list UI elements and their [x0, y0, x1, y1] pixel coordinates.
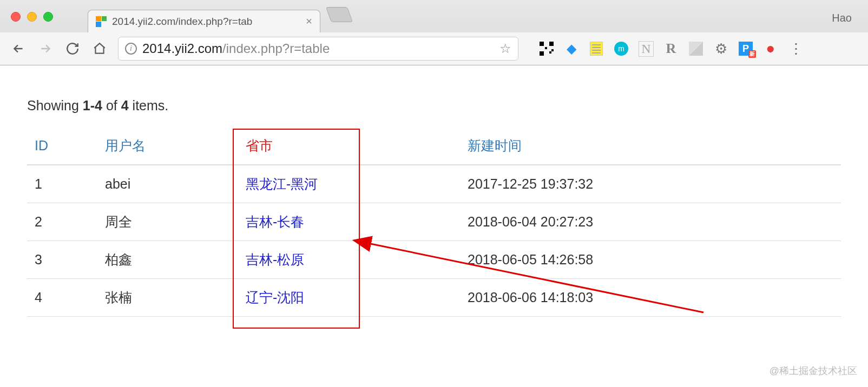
- table-row: 1abei黑龙江-黑河2017-12-25 19:37:32: [27, 165, 841, 203]
- cell-username: 周全: [97, 203, 238, 241]
- summary-mid: of: [102, 98, 121, 113]
- url-path: /index.php?r=table: [222, 41, 330, 56]
- new-tab-button[interactable]: [326, 7, 353, 22]
- table-row: 4张楠辽宁-沈阳2018-06-06 14:18:03: [27, 279, 841, 317]
- header-username[interactable]: 用户名: [105, 138, 146, 153]
- cell-province: 辽宁-沈阳: [238, 279, 460, 317]
- address-bar[interactable]: i 2014.yii2.com/index.php?r=table ☆: [118, 37, 518, 61]
- table-header-row: ID 用户名 省市 新建时间: [27, 127, 841, 165]
- tab-close-button[interactable]: ×: [306, 15, 312, 28]
- cell-created: 2018-06-06 14:18:03: [460, 279, 841, 317]
- n-extension-icon[interactable]: N: [639, 41, 654, 56]
- cell-created: 2017-12-25 19:37:32: [460, 165, 841, 203]
- watermark: @稀土掘金技术社区: [770, 364, 857, 377]
- table-row: 2周全吉林-长春2018-06-04 20:27:23: [27, 203, 841, 241]
- page-content: Showing 1-4 of 4 items. ID 用户名 省市 新建时间 1…: [0, 65, 868, 349]
- bookmark-star-icon[interactable]: ☆: [499, 41, 511, 56]
- cell-username: 柏鑫: [97, 241, 238, 279]
- profile-name[interactable]: Hao: [832, 12, 852, 24]
- cell-username: 张楠: [97, 279, 238, 317]
- cell-id: 4: [27, 279, 97, 317]
- p-extension-icon[interactable]: P: [738, 41, 753, 56]
- summary-prefix: Showing: [27, 98, 83, 113]
- cell-created: 2018-06-05 14:26:58: [460, 241, 841, 279]
- header-id[interactable]: ID: [35, 138, 48, 153]
- header-province[interactable]: 省市: [246, 138, 273, 153]
- url-text: 2014.yii2.com/index.php?r=table: [142, 41, 494, 56]
- gear-extension-icon[interactable]: ⚙: [713, 41, 728, 56]
- url-host: 2014.yii2.com: [142, 41, 222, 56]
- browser-tab[interactable]: 2014.yii2.com/index.php?r=tab ×: [88, 10, 320, 32]
- cell-id: 1: [27, 165, 97, 203]
- tab-title: 2014.yii2.com/index.php?r=tab: [112, 16, 252, 28]
- forward-button[interactable]: [37, 40, 54, 57]
- home-button[interactable]: [91, 40, 108, 57]
- diamond-extension-icon[interactable]: ◆: [564, 41, 579, 56]
- grid-summary: Showing 1-4 of 4 items.: [27, 98, 841, 114]
- table-row: 3柏鑫吉林-松原2018-06-05 14:26:58: [27, 241, 841, 279]
- cell-province: 黑龙江-黑河: [238, 165, 460, 203]
- site-info-icon[interactable]: i: [125, 43, 137, 55]
- teal-extension-icon[interactable]: m: [614, 41, 629, 56]
- cell-province: 吉林-长春: [238, 203, 460, 241]
- tiles-extension-icon[interactable]: [688, 41, 703, 56]
- qr-extension-icon[interactable]: [539, 41, 554, 56]
- data-table: ID 用户名 省市 新建时间 1abei黑龙江-黑河2017-12-25 19:…: [27, 127, 841, 317]
- cell-username: abei: [97, 165, 238, 203]
- cell-created: 2018-06-04 20:27:23: [460, 203, 841, 241]
- window-controls: [11, 12, 53, 22]
- browser-menu-button[interactable]: ⋮: [788, 41, 803, 56]
- notes-extension-icon[interactable]: [589, 41, 604, 56]
- back-button[interactable]: [10, 40, 27, 57]
- summary-total: 4: [121, 98, 129, 113]
- cell-id: 2: [27, 203, 97, 241]
- toolbar: i 2014.yii2.com/index.php?r=table ☆ ◆ m …: [0, 32, 868, 65]
- r-extension-icon[interactable]: R: [663, 41, 679, 56]
- summary-range: 1-4: [83, 98, 102, 113]
- red-extension-icon[interactable]: ●: [763, 41, 778, 56]
- header-created[interactable]: 新建时间: [468, 138, 522, 153]
- cell-id: 3: [27, 241, 97, 279]
- tab-favicon-icon: [96, 16, 107, 27]
- extension-icons: ◆ m N R ⚙ P ● ⋮: [539, 41, 803, 56]
- summary-suffix: items.: [129, 98, 169, 113]
- tab-bar: 2014.yii2.com/index.php?r=tab × Hao: [0, 0, 868, 32]
- close-window-button[interactable]: [11, 12, 21, 22]
- maximize-window-button[interactable]: [43, 12, 53, 22]
- reload-button[interactable]: [64, 40, 81, 57]
- browser-chrome: 2014.yii2.com/index.php?r=tab × Hao i 20…: [0, 0, 868, 65]
- minimize-window-button[interactable]: [27, 12, 37, 22]
- cell-province: 吉林-松原: [238, 241, 460, 279]
